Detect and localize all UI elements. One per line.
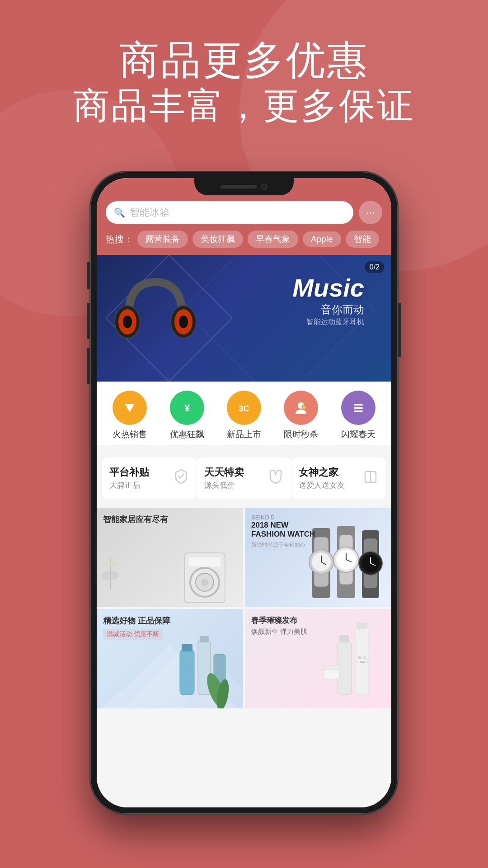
banner-counter: 0/2 <box>365 261 384 273</box>
svg-text:★: ★ <box>302 406 305 410</box>
notch-camera <box>261 184 267 190</box>
svg-rect-58 <box>324 665 339 670</box>
promo-subtitle-0: 大牌正品 <box>109 480 168 491</box>
promo-text-0: 平台补贴 大牌正品 <box>109 466 168 491</box>
search-bar: 🔍 智能冰箱 ··· <box>97 201 391 231</box>
svg-rect-47 <box>182 644 192 651</box>
hot-search-label: 热搜： <box>106 233 133 245</box>
promo-text-1: 天天特卖 源头低价 <box>204 466 263 491</box>
promo-icon-1 <box>267 468 284 488</box>
product-img-smarthome: 智能家居应有尽有 <box>97 508 243 607</box>
chat-icon: ··· <box>366 206 375 219</box>
phone-screen: 🔍 智能冰箱 ··· 热搜： 露营装备 美妆狂飙 早春气象 Apple 智能 <box>97 178 391 807</box>
svg-rect-45 <box>200 636 209 642</box>
category-icon-0 <box>113 391 147 425</box>
hot-tag-0[interactable]: 露营装备 <box>137 231 188 248</box>
banner-subtitle: 音你而动 <box>321 302 364 317</box>
smarthome-label: 智能家居应有尽有 <box>103 514 168 525</box>
svg-rect-13 <box>354 407 363 409</box>
product-card-watch[interactable]: SEIKO 5 2018 NEWFASHION WATCH 新锐时尚源于年轻的心 <box>245 508 391 607</box>
promo-card-0[interactable]: 平台补贴 大牌正品 <box>102 458 197 499</box>
chat-button[interactable]: ··· <box>359 201 382 224</box>
notch-speaker <box>221 185 257 189</box>
side-button-vol-down <box>87 348 90 384</box>
product-img-skincare: CHIC BRAND 春季璀璨发布 焕颜 <box>245 609 391 708</box>
headphone-illustration <box>106 264 214 373</box>
hero-section: 商品更多优惠 商品丰富，更多保证 <box>0 36 488 127</box>
promo-title-2: 女神之家 <box>299 466 357 479</box>
svg-rect-17 <box>189 557 221 566</box>
category-label-1: 优惠狂飙 <box>170 429 204 440</box>
banner-music-title: Music <box>292 273 364 302</box>
search-icon: 🔍 <box>114 207 125 218</box>
svg-text:¥: ¥ <box>184 402 190 414</box>
hot-tag-4[interactable]: 智能 <box>346 231 379 248</box>
svg-rect-12 <box>354 404 363 406</box>
product-card-cosmetic[interactable]: 精选好物 正品保障 满减活动 优惠不断 <box>97 609 243 708</box>
category-icon-2: 3C <box>227 391 261 425</box>
product-card-skincare[interactable]: CHIC BRAND 春季璀璨发布 焕颜 <box>245 609 391 708</box>
promo-card-1[interactable]: 天天特卖 源头低价 <box>197 458 291 499</box>
app-content: 🔍 智能冰箱 ··· 热搜： 露营装备 美妆狂飙 早春气象 Apple 智能 <box>97 178 391 807</box>
watch-info: SEIKO 5 2018 NEWFASHION WATCH 新锐时尚源于年轻的心 <box>251 514 315 549</box>
promo-title-0: 平台补贴 <box>109 466 168 479</box>
svg-point-22 <box>101 571 119 580</box>
category-label-3: 限时秒杀 <box>284 429 318 440</box>
search-placeholder: 智能冰箱 <box>130 206 169 219</box>
cosmetic-info: 精选好物 正品保障 满减活动 优惠不断 <box>103 615 170 640</box>
product-img-watch: SEIKO 5 2018 NEWFASHION WATCH 新锐时尚源于年轻的心 <box>245 508 391 607</box>
hero-line2: 商品丰富，更多保证 <box>0 84 488 127</box>
category-item-0[interactable]: 火热销售 <box>105 391 155 440</box>
promo-title-1: 天天特卖 <box>204 466 263 479</box>
product-card-smarthome[interactable]: 智能家居应有尽有 <box>97 508 243 607</box>
svg-rect-46 <box>180 650 194 695</box>
banner-desc: 智能运动蓝牙耳机 <box>306 317 364 327</box>
phone-mockup: 🔍 智能冰箱 ··· 热搜： 露营装备 美妆狂飙 早春气象 Apple 智能 <box>90 172 398 814</box>
svg-point-5 <box>179 316 188 328</box>
hero-line1: 商品更多优惠 <box>0 36 488 84</box>
skincare-info: 春季璀璨发布 焕颜新生 弹力美肌 <box>251 615 307 636</box>
product-grid: 智能家居应有尽有 <box>97 508 391 708</box>
svg-rect-56 <box>339 635 349 642</box>
promo-subtitle-1: 源头低价 <box>204 480 263 491</box>
banner[interactable]: Music 音你而动 智能运动蓝牙耳机 0/2 <box>97 255 391 382</box>
category-item-3[interactable]: ★ 限时秒杀 <box>276 391 326 440</box>
side-button-vol-up <box>87 303 90 339</box>
promo-text-2: 女神之家 送爱人送女友 <box>299 466 357 491</box>
category-label-2: 新品上市 <box>227 429 261 440</box>
svg-point-20 <box>201 579 208 586</box>
category-icon-3: ★ <box>284 391 318 425</box>
side-button-power <box>398 303 401 357</box>
promo-subtitle-2: 送爱人送女友 <box>299 480 357 491</box>
category-icon-4 <box>341 391 375 425</box>
category-label-4: 闪耀春天 <box>341 429 375 440</box>
category-item-2[interactable]: 3C 新品上市 <box>219 391 269 440</box>
hot-tag-3[interactable]: Apple <box>303 231 341 247</box>
phone-notch <box>194 178 294 195</box>
product-img-cosmetic: 精选好物 正品保障 满减活动 优惠不断 <box>97 609 243 708</box>
svg-rect-14 <box>354 410 363 412</box>
side-button-mute <box>87 262 90 289</box>
search-input-wrap[interactable]: 🔍 智能冰箱 <box>106 201 353 224</box>
phone-outer-shell: 🔍 智能冰箱 ··· 热搜： 露营装备 美妆狂飙 早春气象 Apple 智能 <box>90 172 398 814</box>
promo-icon-2 <box>362 468 379 488</box>
promo-section: 平台补贴 大牌正品 天天特卖 源头低价 <box>97 450 391 506</box>
svg-text:3C: 3C <box>239 404 249 413</box>
hot-search-bar: 热搜： 露营装备 美妆狂飙 早春气象 Apple 智能 <box>97 231 391 255</box>
promo-icon-0 <box>173 468 189 488</box>
hot-tag-1[interactable]: 美妆狂飙 <box>192 231 243 248</box>
category-item-1[interactable]: ¥ 优惠狂飙 <box>162 391 212 440</box>
promo-card-2[interactable]: 女神之家 送爱人送女友 <box>291 458 386 499</box>
category-icon-1: ¥ <box>170 391 204 425</box>
svg-point-2 <box>123 316 132 328</box>
hot-tag-2[interactable]: 早春气象 <box>248 231 298 248</box>
category-item-4[interactable]: 闪耀春天 <box>333 391 383 440</box>
svg-text:CHIC: CHIC <box>358 656 366 659</box>
svg-marker-6 <box>125 404 134 412</box>
category-label-0: 火热销售 <box>113 429 147 440</box>
svg-rect-52 <box>357 623 367 629</box>
svg-marker-23 <box>101 557 119 566</box>
category-section: 火热销售 ¥ 优惠狂飙 3C 新品上市 <box>97 382 391 445</box>
svg-text:BRAND: BRAND <box>357 660 368 664</box>
